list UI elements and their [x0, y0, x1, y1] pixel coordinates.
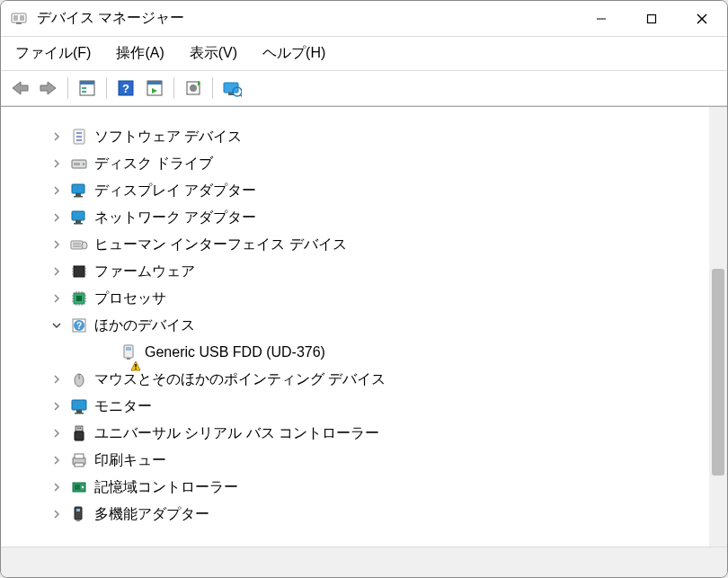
svg-rect-31 — [74, 196, 83, 198]
device-manager-window: デバイス マネージャー ファイル(F) 操作(A) 表示(V) ヘルプ(H) — [0, 0, 728, 578]
device-tree[interactable]: ソフトウェア デバイスディスク ドライブディスプレイ アダプターネットワーク ア… — [28, 123, 706, 528]
expand-icon[interactable] — [49, 264, 64, 279]
svg-rect-29 — [72, 184, 84, 193]
tree-node[interactable]: モニター — [28, 393, 706, 420]
expand-icon[interactable] — [49, 372, 64, 387]
tree-node[interactable]: ファームウェア — [28, 258, 706, 285]
update-driver-button[interactable] — [180, 75, 207, 102]
close-button[interactable] — [677, 1, 727, 36]
tree-node-label: ネットワーク アダプター — [94, 204, 256, 231]
tree-node[interactable]: ソフトウェア デバイス — [28, 123, 706, 150]
show-hide-tree-button[interactable] — [74, 75, 101, 102]
network-adapter-icon — [69, 208, 89, 227]
menu-action[interactable]: 操作(A) — [109, 42, 171, 65]
tree-node[interactable]: ディスプレイ アダプター — [28, 177, 706, 204]
monitor-icon — [69, 396, 89, 416]
unknown-device-warning-icon — [120, 342, 139, 362]
print-queue-icon — [69, 450, 89, 470]
expand-icon[interactable] — [49, 480, 64, 494]
svg-rect-77 — [80, 428, 82, 430]
svg-rect-85 — [76, 509, 80, 511]
svg-rect-3 — [16, 22, 22, 24]
svg-point-17 — [190, 84, 197, 92]
svg-rect-2 — [20, 15, 24, 21]
tree-node-label: モニター — [94, 393, 152, 420]
statusbar — [1, 547, 727, 577]
svg-rect-15 — [147, 81, 162, 84]
tree-node[interactable]: ディスク ドライブ — [28, 150, 706, 177]
hid-icon — [69, 235, 89, 254]
svg-rect-1 — [13, 15, 18, 21]
firmware-icon — [69, 262, 89, 281]
tree-node[interactable]: 記憶域コントローラー — [28, 474, 706, 501]
tree-node-label: プロセッサ — [94, 285, 166, 312]
processor-icon — [69, 289, 89, 308]
expand-icon[interactable] — [49, 507, 64, 521]
disk-drive-icon — [69, 154, 89, 173]
tree-node[interactable]: ユニバーサル シリアル バス コントローラー — [28, 420, 706, 447]
svg-point-39 — [82, 242, 87, 249]
menu-help[interactable]: ヘルプ(H) — [255, 42, 333, 65]
expand-icon[interactable] — [49, 426, 64, 440]
svg-rect-38 — [73, 246, 81, 247]
toolbar-separator — [67, 77, 68, 99]
svg-rect-37 — [73, 245, 81, 245]
svg-rect-65 — [126, 347, 131, 351]
expand-icon[interactable] — [49, 129, 64, 144]
svg-rect-75 — [75, 431, 84, 440]
svg-rect-82 — [75, 485, 80, 490]
expand-icon[interactable] — [49, 183, 64, 198]
forward-button[interactable] — [35, 75, 62, 102]
expand-icon[interactable] — [49, 237, 64, 252]
scan-button[interactable] — [141, 75, 168, 102]
tree-node-label: ディスク ドライブ — [94, 150, 213, 177]
window-title: デバイス マネージャー — [37, 9, 576, 28]
svg-point-83 — [82, 486, 84, 488]
multifunction-adapter-icon — [69, 504, 89, 524]
vertical-scrollbar[interactable] — [709, 107, 727, 547]
expand-icon[interactable] — [49, 399, 64, 413]
tree-node[interactable]: 多機能アダプター — [28, 501, 706, 528]
toolbar-separator — [212, 77, 213, 99]
display-adapter-icon — [69, 181, 89, 200]
usb-controller-icon — [69, 423, 89, 443]
software-device-icon — [69, 127, 89, 147]
expand-icon[interactable] — [49, 453, 64, 467]
menu-view[interactable]: 表示(V) — [182, 42, 244, 65]
expand-icon[interactable] — [49, 210, 64, 225]
scrollbar-thumb[interactable] — [712, 269, 724, 476]
collapse-icon[interactable] — [49, 318, 64, 333]
svg-rect-72 — [76, 410, 82, 413]
svg-rect-34 — [74, 223, 83, 225]
tree-node-label: Generic USB FDD (UD-376) — [145, 339, 325, 366]
tree-node[interactable]: ?ほかのデバイス — [28, 312, 706, 339]
tree-node[interactable]: プロセッサ — [28, 285, 706, 312]
help-button[interactable]: ? — [112, 75, 139, 102]
svg-rect-33 — [75, 220, 81, 223]
tree-node-label: ほかのデバイス — [94, 312, 195, 339]
tree-node[interactable]: ネットワーク アダプター — [28, 204, 706, 231]
svg-rect-67 — [135, 364, 136, 368]
tree-node[interactable]: Generic USB FDD (UD-376) — [28, 339, 706, 366]
svg-rect-48 — [76, 296, 82, 301]
tree-node[interactable]: 印刷キュー — [28, 447, 706, 474]
back-button[interactable] — [6, 75, 33, 102]
toolbar-separator — [173, 77, 174, 99]
svg-rect-32 — [72, 211, 84, 220]
svg-rect-10 — [82, 87, 86, 89]
tree-node-label: ファームウェア — [94, 258, 195, 285]
menu-file[interactable]: ファイル(F) — [8, 42, 98, 65]
properties-button[interactable] — [218, 75, 245, 102]
titlebar: デバイス マネージャー — [1, 1, 727, 37]
svg-rect-40 — [74, 266, 84, 277]
svg-rect-24 — [76, 136, 82, 138]
svg-rect-74 — [75, 426, 83, 431]
expand-icon[interactable] — [49, 156, 64, 171]
svg-rect-30 — [75, 193, 81, 196]
svg-rect-25 — [76, 139, 82, 141]
toolbar: ? — [1, 71, 727, 106]
minimize-button[interactable] — [576, 1, 626, 36]
maximize-button[interactable] — [626, 1, 677, 36]
tree-node[interactable]: ヒューマン インターフェイス デバイス — [28, 231, 706, 258]
expand-icon[interactable] — [49, 291, 64, 306]
